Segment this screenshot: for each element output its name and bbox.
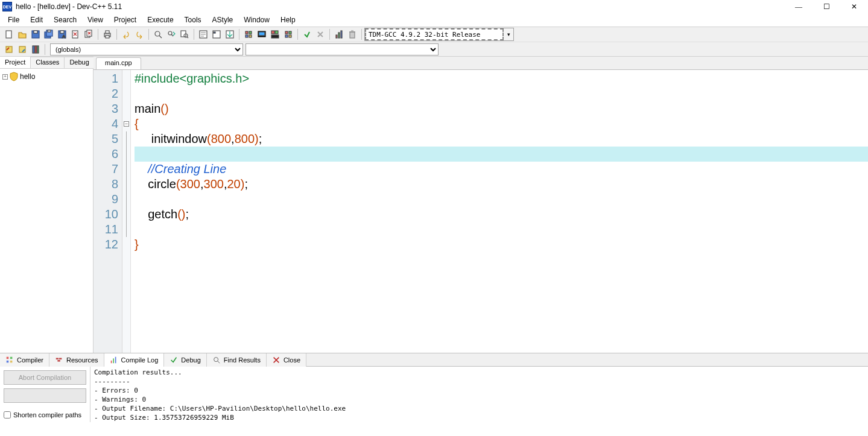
- shorten-paths-input[interactable]: [4, 411, 11, 419]
- svg-rect-30: [275, 31, 278, 34]
- compiler-profile-select[interactable]: TDM-GCC 4.9.2 32-bit Release ▾: [364, 28, 514, 41]
- fold-toggle-icon[interactable]: −: [124, 121, 129, 127]
- svg-rect-24: [249, 31, 252, 34]
- bars-icon: [110, 356, 118, 364]
- goto-bookmark-button[interactable]: [224, 28, 236, 40]
- undo-button[interactable]: [120, 28, 132, 40]
- menubar: File Edit Search View Project Execute To…: [0, 13, 868, 27]
- code-editor[interactable]: 123456789101112 − #include<graphics.h> m…: [93, 70, 868, 353]
- menu-view[interactable]: View: [82, 14, 109, 25]
- toolbars: A TDM-GCC 4.9.2 32-bit Release ▾: [0, 27, 868, 57]
- open-project-button[interactable]: [16, 43, 28, 55]
- member-select[interactable]: [246, 43, 439, 55]
- project-tree: + hello: [0, 69, 93, 353]
- close-all-button[interactable]: [83, 28, 95, 40]
- svg-point-15: [155, 31, 160, 36]
- bottom-tab-compile-log[interactable]: Compile Log: [104, 353, 165, 367]
- svg-rect-39: [350, 32, 355, 38]
- shield-icon: [9, 72, 19, 81]
- menu-window[interactable]: Window: [238, 14, 275, 25]
- svg-rect-36: [336, 35, 337, 38]
- menu-file[interactable]: File: [2, 14, 25, 25]
- scope-select[interactable]: (globals): [50, 43, 243, 55]
- shorten-paths-checkbox[interactable]: Shorten compiler paths: [4, 411, 86, 419]
- menu-help[interactable]: Help: [275, 14, 301, 25]
- svg-rect-50: [59, 358, 62, 359]
- sidebar-tab-classes[interactable]: Classes: [31, 57, 65, 68]
- svg-rect-47: [7, 360, 9, 362]
- compile-button[interactable]: [242, 28, 255, 40]
- window-title: hello - [hello.dev] - Dev-C++ 5.11: [16, 2, 122, 11]
- rebuild-button[interactable]: [282, 28, 294, 40]
- debug-button[interactable]: [301, 28, 313, 40]
- bricks-icon: [55, 356, 63, 364]
- svg-rect-29: [271, 31, 274, 34]
- svg-rect-25: [246, 35, 248, 37]
- save-all-button[interactable]: [43, 28, 55, 40]
- find-in-files-button[interactable]: [179, 28, 191, 40]
- project-name-label: hello: [20, 72, 35, 81]
- print-button[interactable]: [101, 28, 113, 40]
- svg-rect-53: [113, 358, 114, 363]
- close-icon: [272, 356, 280, 364]
- bottom-tab-find-results[interactable]: Find Results: [207, 353, 267, 367]
- find-button[interactable]: [152, 28, 164, 40]
- maximize-button[interactable]: ☐: [813, 0, 840, 13]
- menu-edit[interactable]: Edit: [25, 14, 48, 25]
- svg-rect-54: [115, 356, 116, 363]
- project-tree-item[interactable]: + hello: [2, 71, 90, 82]
- compile-run-button[interactable]: [269, 28, 281, 40]
- svg-rect-44: [37, 46, 39, 53]
- menu-execute[interactable]: Execute: [142, 14, 179, 25]
- expand-icon[interactable]: +: [2, 74, 8, 80]
- compiler-profile-label: TDM-GCC 4.9.2 32-bit Release: [365, 28, 504, 40]
- close-button[interactable]: ✕: [840, 0, 868, 13]
- minimize-button[interactable]: —: [785, 0, 813, 13]
- svg-rect-49: [56, 358, 59, 359]
- svg-text:A: A: [62, 34, 66, 39]
- chevron-down-icon: ▾: [504, 29, 513, 40]
- svg-rect-0: [6, 31, 11, 38]
- bottom-tab-close[interactable]: Close: [267, 353, 306, 367]
- run-button[interactable]: [256, 28, 268, 40]
- project-options-button[interactable]: [30, 43, 42, 55]
- bottom-tab-resources[interactable]: Resources: [49, 353, 104, 367]
- svg-rect-51: [57, 360, 60, 362]
- new-project-button[interactable]: [3, 43, 15, 55]
- stop-button[interactable]: [314, 28, 326, 40]
- save-as-button[interactable]: A: [56, 28, 68, 40]
- editor-tab-main[interactable]: main.cpp: [96, 57, 141, 69]
- menu-search[interactable]: Search: [48, 14, 82, 25]
- bottom-tab-compiler[interactable]: Compiler: [0, 353, 49, 367]
- current-line-highlight: [135, 147, 868, 162]
- svg-rect-2: [34, 31, 37, 33]
- bookmarks-button[interactable]: [211, 28, 223, 40]
- svg-rect-35: [289, 35, 291, 37]
- goto-line-button[interactable]: [197, 28, 209, 40]
- save-button[interactable]: [30, 28, 42, 40]
- menu-project[interactable]: Project: [109, 14, 142, 25]
- bottom-tab-debug[interactable]: Debug: [164, 353, 206, 367]
- profile-button[interactable]: [333, 28, 345, 40]
- svg-rect-31: [271, 35, 279, 38]
- sidebar-tab-debug[interactable]: Debug: [65, 57, 94, 68]
- menu-astyle[interactable]: AStyle: [207, 14, 239, 25]
- titlebar: DEV hello - [hello.dev] - Dev-C++ 5.11 —…: [0, 0, 868, 13]
- abort-compilation-button[interactable]: Abort Compilation: [4, 370, 86, 385]
- close-file-button[interactable]: [69, 28, 81, 40]
- menu-tools[interactable]: Tools: [179, 14, 207, 25]
- open-button[interactable]: [16, 28, 28, 40]
- delete-profile-button[interactable]: [346, 28, 358, 40]
- redo-button[interactable]: [133, 28, 145, 40]
- new-file-button[interactable]: [3, 28, 15, 40]
- svg-rect-34: [285, 35, 288, 37]
- svg-rect-38: [341, 31, 342, 38]
- compile-log-output[interactable]: Compilation results... --------- - Error…: [90, 367, 868, 422]
- line-gutter: 123456789101112: [93, 70, 122, 353]
- sidebar: Project Classes Debug + hello: [0, 57, 93, 353]
- secondary-button[interactable]: [4, 388, 86, 403]
- sidebar-tab-project[interactable]: Project: [0, 56, 31, 68]
- svg-rect-23: [246, 31, 248, 34]
- svg-rect-37: [338, 33, 340, 38]
- replace-button[interactable]: [165, 28, 177, 40]
